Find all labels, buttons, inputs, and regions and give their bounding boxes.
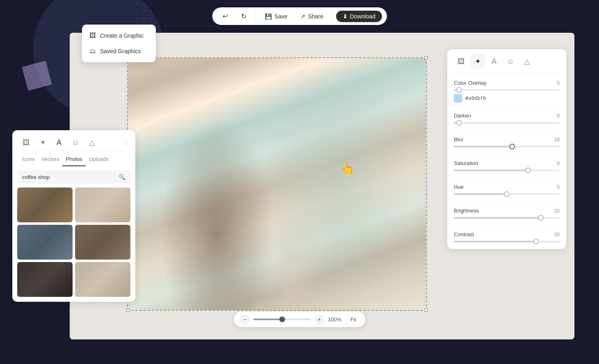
darken-thumb[interactable] — [456, 120, 462, 126]
blur-fill — [454, 146, 512, 147]
zoom-slider[interactable] — [253, 319, 311, 320]
zoom-in-button[interactable]: + — [315, 315, 324, 324]
saturation-slider[interactable] — [454, 170, 560, 171]
right-panel: 🖼 ✦ A ☺ △ Color Overlay 0 #a9dbf6 Darken… — [447, 49, 566, 249]
save-icon: 💾 — [265, 13, 272, 20]
tab-icon-emoji[interactable]: ☺ — [68, 135, 83, 150]
save-button[interactable]: 💾 Save — [259, 11, 293, 22]
darken-value: 0 — [557, 113, 560, 119]
saturation-header: Saturation 0 — [454, 160, 560, 166]
darken-label: Darken — [454, 113, 471, 119]
blur-section: Blur 19 — [447, 131, 566, 154]
share-label: Share — [308, 13, 323, 20]
share-button[interactable]: ↗ Share — [295, 11, 329, 22]
right-tab-magic[interactable]: ✦ — [470, 54, 485, 69]
color-overlay-header: Color Overlay 0 — [454, 80, 560, 86]
color-swatch[interactable] — [454, 94, 462, 102]
right-panel-tabs: 🖼 ✦ A ☺ △ — [447, 49, 566, 74]
saved-graphics-icon: 🗂 — [89, 47, 96, 55]
resize-handle-tr[interactable] — [424, 57, 428, 60]
contrast-value: 20 — [554, 232, 560, 237]
category-uploads[interactable]: Uploads — [86, 154, 112, 166]
blur-value: 19 — [554, 137, 560, 142]
photo-thumb-2[interactable] — [75, 188, 130, 222]
hue-section: Hue 0 — [447, 178, 566, 202]
redo-button[interactable]: ↻ — [235, 10, 252, 23]
brightness-fill — [454, 217, 541, 219]
contrast-slider[interactable] — [454, 241, 560, 242]
saved-graphics-item[interactable]: 🗂 Saved Graphics — [82, 43, 156, 59]
color-swatch-row: #a9dbf6 — [454, 94, 560, 102]
blur-slider[interactable] — [454, 146, 560, 147]
zoom-out-button[interactable]: − — [240, 315, 249, 324]
brightness-section: Brightness 20 — [447, 202, 566, 226]
category-tabs: Icons Vectors Photos Uploads — [12, 150, 135, 166]
bg-sticky-1 — [22, 61, 52, 90]
saved-graphics-label: Saved Graphics — [100, 48, 141, 54]
canvas-image — [128, 58, 426, 310]
zoom-bar: − + 100% Fit — [234, 312, 365, 327]
right-tab-text[interactable]: A — [487, 54, 501, 69]
dropdown-menu: 🖼 Create a Graphic 🗂 Saved Graphics — [82, 25, 156, 62]
undo-button[interactable]: ↩ — [217, 10, 234, 23]
create-graphic-item[interactable]: 🖼 Create a Graphic — [82, 28, 156, 43]
color-overlay-section: Color Overlay 0 #a9dbf6 — [447, 74, 566, 107]
photo-thumb-3[interactable] — [17, 225, 73, 260]
tab-icon-photos[interactable]: 🖼 — [19, 135, 34, 150]
zoom-fill — [253, 319, 282, 320]
blur-label: Blur — [454, 136, 463, 142]
zoom-fit-button[interactable]: Fit — [348, 316, 359, 323]
contrast-section: Contrast 20 — [447, 226, 566, 249]
hue-thumb[interactable] — [504, 191, 510, 197]
contrast-header: Contrast 20 — [454, 231, 560, 237]
top-toolbar: ↩ ↻ 💾 Save ↗ Share ⬇ Download — [212, 7, 387, 25]
hue-label: Hue — [454, 184, 464, 190]
toolbar-divider-2 — [333, 11, 333, 21]
create-graphic-label: Create a Graphic — [100, 32, 144, 39]
hue-fill — [454, 193, 507, 195]
tab-icon-text[interactable]: A — [52, 135, 66, 150]
saturation-fill — [454, 170, 528, 171]
photo-thumb-6[interactable] — [75, 262, 130, 297]
resize-handle-br[interactable] — [424, 308, 428, 312]
darken-header: Darken 0 — [454, 113, 560, 119]
hue-slider[interactable] — [454, 193, 560, 195]
category-vectors[interactable]: Vectors — [38, 154, 62, 166]
darken-slider[interactable] — [454, 122, 560, 124]
color-overlay-thumb[interactable] — [456, 87, 462, 93]
right-tab-emoji[interactable]: ☺ — [503, 54, 518, 69]
category-photos[interactable]: Photos — [62, 154, 85, 166]
create-graphic-icon: 🖼 — [89, 32, 96, 39]
color-overlay-slider[interactable] — [454, 89, 560, 91]
contrast-fill — [454, 241, 536, 242]
tab-icon-shape[interactable]: △ — [84, 135, 99, 150]
search-input[interactable] — [22, 174, 115, 180]
download-button[interactable]: ⬇ Download — [336, 11, 382, 22]
photo-grid — [12, 188, 135, 302]
brightness-thumb[interactable] — [538, 215, 544, 221]
right-tab-triangle[interactable]: △ — [519, 54, 534, 69]
saturation-thumb[interactable] — [525, 167, 531, 173]
resize-handle-bl[interactable] — [126, 308, 130, 312]
brightness-slider[interactable] — [454, 217, 560, 219]
blur-thumb[interactable] — [509, 144, 515, 149]
color-overlay-value: 0 — [557, 80, 560, 86]
photo-thumb-5[interactable] — [17, 262, 73, 297]
right-tab-image[interactable]: 🖼 — [454, 54, 469, 69]
category-icons[interactable]: Icons — [19, 154, 38, 166]
photo-thumb-1[interactable] — [17, 188, 73, 222]
saturation-label: Saturation — [454, 160, 478, 166]
brightness-header: Brightness 20 — [454, 208, 560, 214]
canvas-frame[interactable] — [127, 57, 427, 311]
contrast-thumb[interactable] — [533, 239, 539, 244]
redo-icon: ↻ — [241, 12, 246, 20]
tab-icon-magic[interactable]: ✦ — [35, 135, 50, 150]
brightness-label: Brightness — [454, 208, 479, 214]
search-bar: 🔍 — [17, 170, 130, 183]
blur-header: Blur 19 — [454, 136, 560, 142]
photo-thumb-4[interactable] — [75, 225, 130, 260]
zoom-thumb[interactable] — [279, 317, 285, 322]
download-label: Download — [350, 13, 376, 20]
favorites-star-icon[interactable]: ☆ — [123, 139, 129, 147]
color-hex-label: #a9dbf6 — [465, 95, 486, 101]
